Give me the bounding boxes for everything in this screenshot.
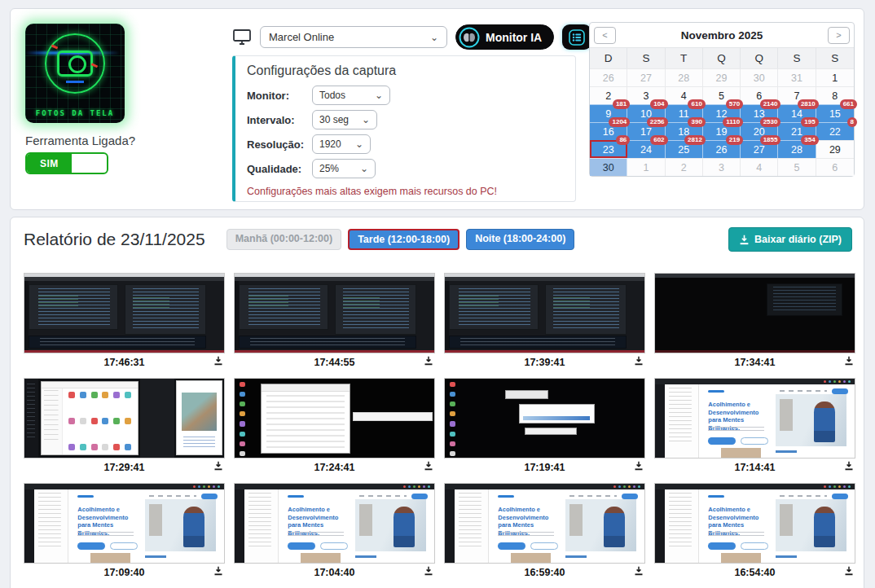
screenshot-download-button[interactable] [634,356,644,366]
monitor-ia-label: Monitor IA [486,31,542,44]
interval-select[interactable]: 30 seg ⌄ [312,110,377,129]
screenshot-footer: 17:04:40 [234,564,435,581]
calendar-day-30[interactable]: 30 [590,158,627,176]
calendar-day-label: 30 [754,72,765,84]
screenshot-thumbnail[interactable] [234,378,435,459]
quality-select[interactable]: 25% ⌄ [312,159,376,178]
calendar-day-28[interactable]: 28354 [778,140,816,158]
screenshot-thumbnail[interactable] [444,378,645,459]
screenshot-card: 17:24:41 [234,378,435,476]
calendar-day-label: 30 [603,162,614,173]
calendar-day-label: 29 [829,144,841,156]
camera-icon [57,50,93,77]
period-button-noite[interactable]: Noite (18:00-24:00) [466,229,574,250]
calendar-day-5[interactable]: 5 [778,158,816,176]
monitor-icon [232,29,252,46]
calendar-day-29[interactable]: 29 [703,68,741,86]
screenshot-download-button[interactable] [213,461,223,471]
screenshot-card: 17:44:55 [234,273,435,371]
calendar-day-25[interactable]: 252812 [666,140,703,158]
device-select-value: Marcel Online [269,31,334,43]
screenshot-download-button[interactable] [634,461,644,471]
day-count-badge: 2810 [798,99,819,109]
calendar-day-30[interactable]: 30 [741,68,778,86]
logo-underline [66,81,84,83]
calendar-next-button[interactable]: > [828,27,850,44]
screenshot-download-button[interactable] [844,356,854,366]
calendar-day-29[interactable]: 29 [816,140,854,158]
period-button-tarde[interactable]: Tarde (12:00-18:00) [348,229,459,250]
screenshot-download-button[interactable] [213,356,223,366]
screenshot-thumbnail[interactable] [234,273,435,353]
tool-on-toggle[interactable]: SIM [25,152,108,174]
calendar-day-3[interactable]: 3 [703,158,741,176]
day-count-badge: 1110 [723,117,743,127]
download-daily-zip-button[interactable]: Baixar diário (ZIP) [728,227,852,252]
day-count-badge: 2530 [760,117,781,127]
calendar-day-31[interactable]: 31 [778,68,816,86]
screenshot-download-button[interactable] [424,461,433,471]
monitor-ia-button[interactable]: Monitor IA [455,24,554,50]
screenshot-download-button[interactable] [844,461,854,471]
calendar-day-4[interactable]: 4 [741,158,778,176]
chevron-down-icon: ⌄ [360,164,368,173]
screenshot-thumbnail[interactable]: Acolhimento e Desenvolvimento para Mente… [24,483,225,564]
calendar-day-2[interactable]: 2 [666,158,703,176]
screenshot-thumbnail[interactable]: Acolhimento e Desenvolvimento para Mente… [654,483,855,564]
calendar-day-label: 4 [681,90,687,102]
period-button-manha[interactable]: Manhã (00:00-12:00) [226,229,342,250]
weekday-label: Q [741,48,778,68]
calendar-day-27[interactable]: 271855 [741,140,778,158]
screenshot-grid: 17:46:3117:44:5517:39:4117:34:4117:29:41… [24,273,855,581]
chevron-down-icon: ⌄ [375,90,383,100]
capture-settings-panel: Configurações da captura Monitor: Todos … [232,55,576,202]
settings-warning-text: Configurações mais altas exigem mais rec… [247,186,564,197]
calendar-day-26[interactable]: 26 [590,68,627,86]
screenshot-thumbnail[interactable] [24,273,225,353]
calendar-day-1[interactable]: 1 [627,158,665,176]
screenshot-thumbnail[interactable]: Acolhimento e Desenvolvimento para Mente… [234,483,435,564]
calendar-day-label: 31 [791,72,802,84]
screenshot-download-button[interactable] [634,566,644,576]
day-count-badge: 219 [726,135,743,145]
capture-settings-title: Configurações da captura [247,64,564,78]
screenshot-footer: 17:09:40 [24,564,225,581]
screenshot-thumbnail[interactable]: Acolhimento e Desenvolvimento para Mente… [654,378,855,459]
screenshot-thumbnail[interactable] [444,273,645,353]
calendar-day-label: 3 [643,90,649,102]
screenshot-footer: 17:24:41 [234,459,435,476]
device-row: Marcel Online ⌄ Monitor IA [232,24,591,50]
screenshot-thumbnail[interactable] [654,273,855,353]
weekday-label: Q [703,48,741,68]
device-select[interactable]: Marcel Online ⌄ [260,26,447,48]
screenshot-card: Acolhimento e Desenvolvimento para Mente… [654,378,855,476]
monitor-select[interactable]: Todos ⌄ [312,86,390,105]
calendar-day-23[interactable]: 2386 [590,140,627,158]
screenshot-card: Acolhimento e Desenvolvimento para Mente… [444,483,645,581]
day-count-badge: 2812 [684,135,706,145]
calendar-day-1[interactable]: 1 [816,68,854,86]
calendar-day-24[interactable]: 24602 [627,140,665,158]
screenshot-download-button[interactable] [424,566,433,576]
screenshot-card: 17:39:41 [444,273,645,371]
screenshot-timestamp: 17:14:41 [734,462,775,473]
calendar-day-26[interactable]: 26219 [703,140,741,158]
screenshot-thumbnail[interactable]: Acolhimento e Desenvolvimento para Mente… [444,483,645,564]
screenshot-timestamp: 17:19:41 [524,462,565,473]
calendar-day-28[interactable]: 28 [666,68,703,86]
screenshot-footer: 17:14:41 [654,459,855,476]
calendar-day-6[interactable]: 6 [816,158,854,176]
calendar-day-22[interactable]: 228 [816,122,854,140]
screenshot-thumbnail[interactable] [24,378,225,459]
resolution-select[interactable]: 1920 ⌄ [312,134,371,154]
screenshot-timestamp: 17:04:40 [314,567,354,578]
quality-field-label: Qualidade: [247,163,312,175]
screenshot-download-button[interactable] [844,566,854,576]
interval-select-value: 30 seg [319,114,349,125]
calendar-prev-button[interactable]: < [594,27,616,44]
log-list-button[interactable] [562,24,591,50]
screenshot-card: Acolhimento e Desenvolvimento para Mente… [654,483,855,581]
calendar-day-27[interactable]: 27 [627,68,665,86]
screenshot-download-button[interactable] [424,356,433,366]
screenshot-download-button[interactable] [213,566,223,576]
